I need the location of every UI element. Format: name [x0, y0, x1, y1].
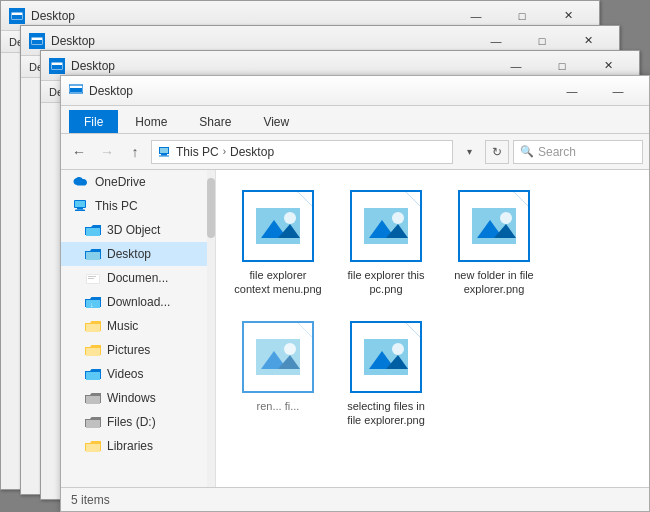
file-corner: [406, 192, 420, 206]
path-separator: ›: [223, 146, 226, 157]
svg-rect-5: [52, 65, 62, 69]
file-item-2[interactable]: file explorer this pc.png: [336, 182, 436, 305]
sidebar-item-label: Desktop: [107, 247, 151, 261]
sidebar-item-desktop[interactable]: Desktop: [61, 242, 215, 266]
svg-rect-19: [88, 278, 94, 279]
svg-point-34: [284, 343, 296, 355]
tab-share[interactable]: Share: [184, 110, 246, 133]
file-corner: [514, 192, 528, 206]
sidebar-item-onedrive[interactable]: OneDrive: [61, 170, 215, 194]
window-icon: [9, 8, 25, 24]
sidebar-scrollbar-thumb[interactable]: [207, 178, 215, 238]
file-grid: file explorer context menu.png: [228, 182, 637, 435]
tab-file[interactable]: File: [69, 110, 118, 133]
pc-icon: [158, 146, 172, 158]
sidebar-item-3dobjects[interactable]: 3D Object: [61, 218, 215, 242]
sidebar-item-label: This PC: [95, 199, 138, 213]
folder-docs-icon: [85, 270, 101, 286]
sidebar-item-label: Files (D:): [107, 415, 156, 429]
tab-home[interactable]: Home: [120, 110, 182, 133]
sidebar-item-label: Download...: [107, 295, 170, 309]
search-placeholder: Search: [538, 145, 576, 159]
svg-text:↓: ↓: [90, 301, 94, 308]
close-button-main[interactable]: —: [595, 76, 641, 106]
sidebar-item-label: 3D Object: [107, 223, 160, 237]
svg-point-38: [392, 343, 404, 355]
file-thumbnail-3: [458, 190, 530, 262]
forward-button[interactable]: →: [95, 140, 119, 164]
path-thispc: This PC: [176, 145, 219, 159]
svg-rect-13: [75, 201, 85, 207]
window-title: Desktop: [31, 9, 453, 23]
main-title-bar: Desktop — —: [61, 76, 649, 106]
file-thumbnail-4: [242, 321, 314, 393]
file-name-2: file explorer this pc.png: [340, 268, 432, 297]
window-icon: [29, 33, 45, 49]
status-bar: 5 items: [61, 487, 649, 511]
file-name-4: ren... fi...: [257, 399, 300, 413]
folder-library-icon: [85, 438, 101, 454]
svg-rect-3: [32, 40, 42, 44]
folder-pictures-icon: [85, 342, 101, 358]
item-count: 5 items: [71, 493, 110, 507]
back-button[interactable]: ←: [67, 140, 91, 164]
sidebar-item-label: Libraries: [107, 439, 153, 453]
folder-windows-icon: [85, 390, 101, 406]
file-name-3: new folder in file explorer.png: [448, 268, 540, 297]
svg-rect-1: [12, 15, 22, 19]
address-dropdown-button[interactable]: ▾: [457, 140, 481, 164]
sidebar-item-libraries[interactable]: Libraries: [61, 434, 215, 458]
sidebar-item-filesd[interactable]: Files (D:): [61, 410, 215, 434]
sidebar-item-thispc[interactable]: This PC: [61, 194, 215, 218]
folder-music-icon: [85, 318, 101, 334]
sidebar-item-pictures[interactable]: Pictures: [61, 338, 215, 362]
svg-point-26: [392, 212, 404, 224]
window-title: Desktop: [51, 34, 473, 48]
sidebar-item-label: Music: [107, 319, 138, 333]
file-item-1[interactable]: file explorer context menu.png: [228, 182, 328, 305]
sidebar-item-videos[interactable]: Videos: [61, 362, 215, 386]
window-title: Desktop: [71, 59, 493, 73]
file-item-3[interactable]: new folder in file explorer.png: [444, 182, 544, 305]
up-button[interactable]: ↑: [123, 140, 147, 164]
path-desktop: Desktop: [230, 145, 274, 159]
sidebar-item-documents[interactable]: Documen...: [61, 266, 215, 290]
mountain-icon: [472, 208, 516, 244]
folder-downloads-icon: ↓: [85, 294, 101, 310]
mountain-icon: [364, 339, 408, 375]
nav-bar: ← → ↑ This PC › Desktop ▾ ↻ 🔍 Search: [61, 134, 649, 170]
sidebar-scrollbar[interactable]: [207, 170, 215, 487]
address-bar[interactable]: This PC › Desktop: [151, 140, 453, 164]
file-item-4[interactable]: ren... fi...: [228, 313, 328, 436]
onedrive-icon: [73, 174, 89, 190]
svg-rect-11: [159, 155, 169, 156]
svg-point-30: [500, 212, 512, 224]
search-box[interactable]: 🔍 Search: [513, 140, 643, 164]
file-name-5: selecting files in file explorer.png: [340, 399, 432, 428]
svg-rect-14: [77, 208, 83, 210]
sidebar-item-downloads[interactable]: ↓ Download...: [61, 290, 215, 314]
tab-view[interactable]: View: [248, 110, 304, 133]
file-thumbnail-5: [350, 321, 422, 393]
sidebar-item-music[interactable]: Music: [61, 314, 215, 338]
window-icon: [49, 58, 65, 74]
folder-videos-icon: [85, 366, 101, 382]
svg-rect-15: [75, 210, 85, 212]
folder-drive-icon: [85, 414, 101, 430]
file-area: file explorer context menu.png: [216, 170, 649, 487]
file-corner: [406, 323, 420, 337]
file-name-1: file explorer context menu.png: [232, 268, 324, 297]
sidebar-item-label: Windows: [107, 391, 156, 405]
search-icon: 🔍: [520, 145, 534, 158]
minimize-button[interactable]: —: [549, 76, 595, 106]
main-window: Desktop — — File Home Share View ← → ↑ T…: [60, 75, 650, 512]
file-corner: [298, 323, 312, 337]
sidebar-item-windows[interactable]: Windows: [61, 386, 215, 410]
sidebar-item-label: Pictures: [107, 343, 150, 357]
svg-rect-9: [160, 148, 168, 153]
refresh-button[interactable]: ↻: [485, 140, 509, 164]
file-item-5[interactable]: selecting files in file explorer.png: [336, 313, 436, 436]
mountain-icon: [256, 208, 300, 244]
file-thumbnail-1: [242, 190, 314, 262]
svg-rect-18: [88, 276, 96, 277]
